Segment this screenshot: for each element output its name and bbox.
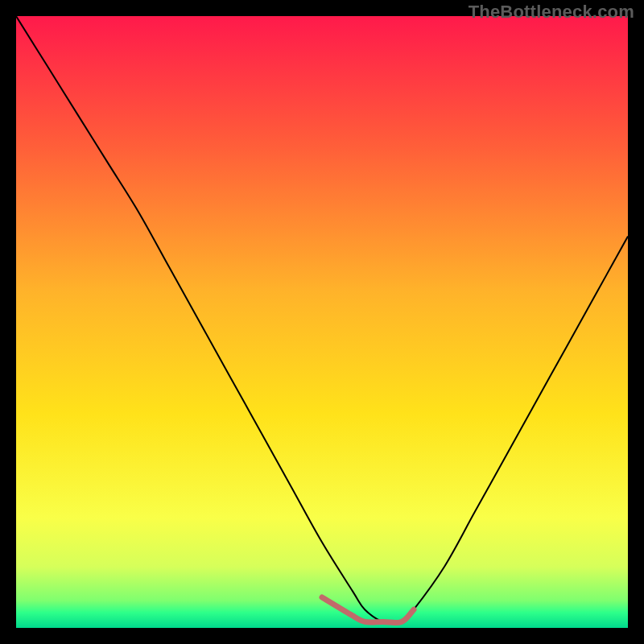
watermark-label: TheBottleneck.com bbox=[469, 2, 634, 23]
plot-background bbox=[16, 16, 628, 628]
chart-plot bbox=[16, 16, 628, 628]
chart-frame: TheBottleneck.com bbox=[0, 0, 644, 644]
